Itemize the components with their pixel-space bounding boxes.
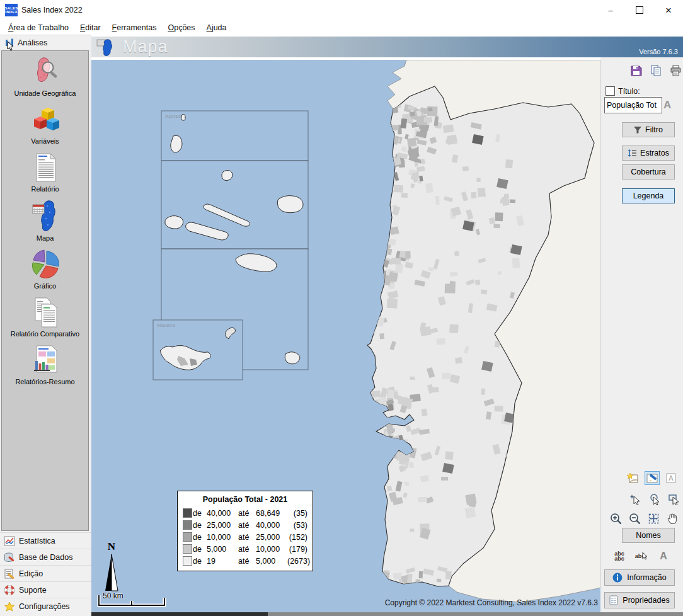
sidebar-item-relatorio[interactable]: Relatório — [2, 152, 88, 193]
print-button[interactable] — [669, 64, 682, 77]
right-panel: Título: A Filtro Estratos Cobertura Lege… — [600, 57, 683, 616]
comparative-reports-icon — [29, 297, 62, 328]
menu-opcoes[interactable]: Opções — [162, 22, 200, 33]
copy-button[interactable] — [649, 64, 663, 77]
sidebar-item-mapa[interactable]: Mapa — [2, 200, 88, 242]
map-magnifier-icon — [29, 56, 62, 88]
legend-row: de40,000 até68,649 (35) — [183, 508, 307, 518]
save-icon — [631, 65, 642, 76]
minimize-button[interactable]: – — [596, 0, 625, 20]
fit-extent-icon — [648, 513, 660, 525]
cobertura-button[interactable]: Cobertura — [622, 164, 675, 180]
select-point-tool[interactable] — [628, 493, 643, 506]
statistics-icon — [4, 536, 15, 546]
edit-annotation-tool[interactable] — [645, 471, 660, 485]
north-arrow: N — [100, 540, 123, 595]
maximize-icon — [636, 6, 643, 14]
estratos-button[interactable]: Estratos — [622, 145, 675, 161]
layers-sort-icon — [628, 149, 636, 157]
select-circle-tool[interactable] — [647, 493, 662, 506]
map-legend[interactable]: População Total - 2021 de40,000 até68,64… — [177, 491, 313, 571]
text-annotation-tool[interactable]: A — [663, 471, 679, 485]
legend-row: de5,000 até10,000 (179) — [183, 544, 307, 554]
font-button[interactable]: A — [663, 99, 671, 111]
close-button[interactable]: ✕ — [654, 0, 683, 20]
small-cursor-icon — [642, 552, 648, 560]
sidebar-item-variaveis[interactable]: Variáveis — [2, 104, 88, 145]
propriedades-button[interactable]: Propriedades — [604, 592, 675, 608]
madeira-inset-label: Madeira — [157, 322, 175, 328]
summary-reports-icon — [29, 345, 62, 376]
save-button[interactable] — [629, 64, 643, 77]
legend-swatch — [183, 556, 192, 566]
informacao-button[interactable]: Informação — [604, 569, 675, 586]
zoom-extent-tool[interactable] — [646, 511, 661, 525]
legend-swatch — [183, 532, 192, 542]
new-annotation-tool[interactable] — [626, 471, 641, 485]
north-arrow-icon — [103, 553, 120, 592]
titulo-input[interactable] — [604, 97, 662, 113]
cursor-rectangle-icon — [668, 494, 679, 505]
page-title: Mapa — [123, 37, 168, 57]
sidebar-item-grafico[interactable]: Gráfico — [2, 249, 88, 290]
select-rectangle-tool[interactable] — [666, 493, 681, 506]
window-title: Sales Index 2022 — [21, 6, 83, 14]
accordion-base-de-dados[interactable]: Base de Dados — [0, 549, 91, 565]
new-page-icon — [627, 472, 640, 484]
copyright-text: Copyright © 2022 Marktest Consulting, Sa… — [385, 598, 598, 607]
menu-editar[interactable]: Editar — [74, 22, 106, 33]
sidebar-item-relatorios-resumo[interactable]: Relatórios-Resumo — [2, 345, 88, 385]
edit-pencil-icon — [646, 472, 658, 484]
legenda-button[interactable]: Legenda — [622, 188, 675, 203]
label-font-button[interactable]: A — [656, 549, 671, 563]
legend-swatch — [183, 544, 192, 554]
legend-row: de25,000 até40,000 (53) — [183, 520, 307, 530]
map-canvas[interactable]: Açores Madeira — [91, 60, 600, 612]
accordion-edicao[interactable]: Edição — [0, 565, 91, 581]
legend-swatch — [183, 520, 192, 530]
accordion-estatistica[interactable]: Estatística — [0, 532, 91, 549]
scale-bar: 50 km — [94, 590, 169, 612]
edit-document-icon — [4, 569, 15, 579]
cubes-icon — [29, 104, 62, 135]
maximize-button[interactable] — [625, 0, 654, 20]
mouse-cursor-icon — [7, 41, 14, 51]
legend-row: de10,000 até25,000 (152) — [183, 532, 307, 542]
zoom-in-tool[interactable] — [608, 511, 623, 525]
lifebuoy-icon — [4, 585, 15, 595]
funnel-icon — [634, 127, 641, 134]
menu-bar: Área de Trabalho Editar Ferramentas Opçõ… — [0, 20, 683, 35]
menu-ajuda[interactable]: Ajuda — [201, 22, 232, 33]
svg-text:A: A — [669, 474, 674, 482]
menu-area-de-trabalho[interactable]: Área de Trabalho — [3, 22, 74, 33]
legend-row: de19 até5,000 (2673) — [183, 556, 307, 566]
app-window: SALESINDEX Sales Index 2022 – ✕ Área de … — [0, 0, 683, 616]
menu-ferramentas[interactable]: Ferramentas — [106, 22, 163, 33]
hand-icon — [667, 513, 678, 525]
zoom-in-icon — [610, 513, 622, 525]
pan-tool[interactable] — [665, 511, 680, 525]
titulo-checkbox[interactable] — [606, 86, 615, 96]
sidebar-item-unidade-geografica[interactable]: Unidade Geográfica — [2, 56, 88, 97]
map-header: Mapa Versão 7.6.3 — [91, 37, 683, 57]
filtro-button[interactable]: Filtro — [622, 122, 675, 137]
database-icon — [4, 552, 15, 562]
app-logo-icon: SALESINDEX — [5, 4, 18, 16]
zoom-out-icon — [629, 513, 641, 525]
scale-label: 50 km — [103, 591, 123, 600]
sidebar-header-analises[interactable]: Análises — [0, 35, 91, 50]
star-icon — [4, 602, 15, 612]
info-icon — [612, 573, 623, 583]
accordion-configuracoes[interactable]: Configurações — [0, 598, 91, 614]
label-all-tool[interactable]: abcabc — [612, 549, 627, 563]
legend-title: População Total - 2021 — [183, 495, 307, 504]
copy-icon — [650, 65, 662, 76]
label-select-tool[interactable]: abc — [634, 549, 649, 563]
sidebar-item-relatorio-comparativo[interactable]: Relatório Comparativo — [2, 297, 88, 338]
sidebar: Análises Unidade Geográfica — [0, 35, 91, 616]
text-page-icon: A — [665, 472, 677, 484]
titulo-label: Título: — [618, 87, 640, 96]
nomes-button[interactable]: Nomes — [622, 528, 675, 543]
zoom-out-tool[interactable] — [627, 511, 642, 525]
accordion-suporte[interactable]: Suporte — [0, 581, 91, 598]
